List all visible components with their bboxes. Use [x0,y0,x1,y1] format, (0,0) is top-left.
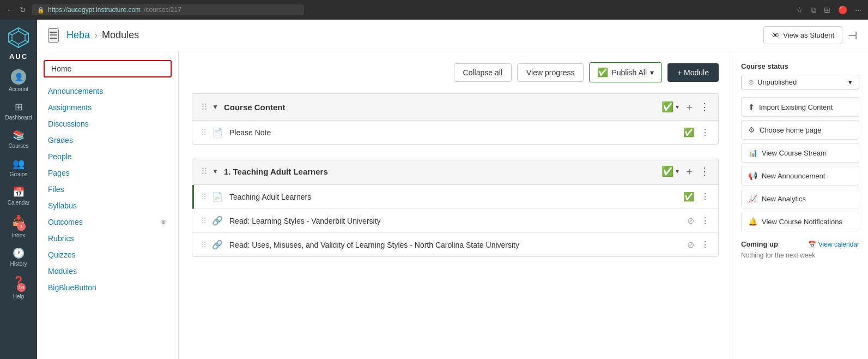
people-link[interactable]: People [37,148,178,165]
sidebar-item-help[interactable]: ❓ 10 Help [0,271,37,304]
menu-icon[interactable]: ··· [855,5,861,15]
sidebar-item-inbox-label: Inbox [12,232,25,238]
item-page-icon-tal: 📄 [212,192,223,202]
view-calendar-link[interactable]: 📅 View calendar [808,241,859,248]
module-2-add-button[interactable]: ＋ [684,165,694,178]
url-path: /courses/217 [144,6,181,14]
lock-icon: 🔒 [37,7,45,14]
item-published-icon: ✅ [683,127,694,137]
item-drag-handle-rls[interactable]: ⠿ [201,217,205,225]
module-2-publish-chevron[interactable]: ▾ [676,167,679,175]
account-avatar: 👤 [11,69,26,85]
view-progress-button[interactable]: View progress [517,63,584,82]
sidebar-item-history-label: History [10,261,27,267]
bigbluebutton-link[interactable]: BigBlueButton [37,279,178,296]
item-rum-more-button[interactable]: ⋮ [701,240,709,250]
publish-all-button[interactable]: ✅ Publish All ▾ [589,62,662,82]
add-module-button[interactable]: + Module [667,63,719,82]
item-drag-handle-rum[interactable]: ⠿ [201,241,205,249]
hamburger-button[interactable]: ☰ [48,28,59,43]
home-nav-item[interactable]: Home [44,60,172,77]
item-link-icon-rum: 🔗 [212,240,223,250]
view-as-student-button[interactable]: 👁 View as Student [763,26,842,44]
new-announcement-label: New Announcement [762,172,825,180]
import-content-action[interactable]: ⬆ Import Existing Content [741,97,859,117]
ext-icon[interactable]: ⊞ [824,5,830,15]
right-sidebar: Course status ⊘ Unpublished ▾ ⬆ Import E… [732,51,868,359]
module-2-more-button[interactable]: ⋮ [700,165,709,177]
expand-icon[interactable]: ▼ [212,103,218,111]
item-tal-more-button[interactable]: ⋮ [701,192,709,202]
item-please-note-title[interactable]: Please Note [229,128,677,137]
expand-icon-2[interactable]: ▼ [212,167,218,175]
sidebar-item-courses[interactable]: 📚 Courses [0,125,37,153]
drag-handle[interactable]: ⠿ [201,102,207,112]
item-rls-more-button[interactable]: ⋮ [701,216,709,226]
home-label: Home [51,64,71,73]
unpublished-button[interactable]: ⊘ Unpublished ▾ [741,75,859,89]
collapse-nav-button[interactable]: ⊣ [848,29,857,42]
star-icon[interactable]: ☆ [796,5,803,15]
module-item-teaching-adult-learners: ⠿ 📄 Teaching Adult Learners ✅ ⋮ [192,185,718,209]
sidebar-item-history[interactable]: 🕐 History [0,243,37,271]
module-teaching-adult-header: ⠿ ▼ 1. Teaching Adult Learners ✅ ▾ ＋ ⋮ [192,158,718,185]
quizzes-link[interactable]: Quizzes [37,247,178,263]
unpublished-chevron: ▾ [848,78,852,86]
svg-marker-1 [12,31,25,44]
announcements-link[interactable]: Announcements [37,83,178,99]
view-notifications-icon: 🔔 [748,217,757,226]
view-stream-action[interactable]: 📊 View Course Stream [741,143,859,163]
back-button[interactable]: ← [7,5,14,14]
sidebar-item-groups-label: Groups [10,171,28,177]
new-announcement-action[interactable]: 📢 New Announcement [741,166,859,186]
item-more-button[interactable]: ⋮ [701,127,709,137]
module-more-button[interactable]: ⋮ [700,101,709,113]
view-student-label: View as Student [783,31,834,39]
drag-handle-2[interactable]: ⠿ [201,166,207,177]
unpublished-icon: ⊘ [748,78,754,86]
sidebar-item-inbox[interactable]: 📥 1 Inbox [0,210,37,243]
import-icon: ⬆ [748,103,755,111]
reload-button[interactable]: ↻ [20,5,26,14]
files-link[interactable]: Files [37,181,178,198]
choose-home-icon: ⚙ [748,125,755,134]
choose-home-action[interactable]: ⚙ Choose home page [741,120,859,140]
module-publish-chevron[interactable]: ▾ [676,103,679,111]
import-label: Import Existing Content [759,103,833,111]
alert-icon[interactable]: 🔴 [838,5,847,15]
syllabus-link[interactable]: Syllabus [37,198,178,214]
grades-link[interactable]: Grades [37,132,178,148]
sidebar-item-courses-label: Courses [8,143,28,149]
breadcrumb-link[interactable]: Heba [66,29,90,41]
breadcrumb-separator: › [94,29,98,41]
help-badge: 10 [17,283,26,292]
split-icon[interactable]: ⧉ [811,5,816,15]
url-bar[interactable]: 🔒 https://aucegypt.instructure.com/cours… [32,4,304,15]
discussions-link[interactable]: Discussions [37,116,178,132]
outcomes-label: Outcomes [48,218,83,226]
sidebar-item-groups[interactable]: 👥 Groups [0,153,37,182]
sidebar-item-account[interactable]: 👤 Account [0,65,37,97]
breadcrumb: Heba › Modules [66,29,139,41]
coming-up-label: Coming up [741,240,778,248]
sidebar-item-dashboard[interactable]: ⊞ Dashboard [0,97,37,125]
module-add-button[interactable]: ＋ [684,100,694,113]
assignments-link[interactable]: Assignments [37,99,178,116]
sidebar-item-calendar[interactable]: 📅 Calendar [0,182,37,210]
url-base: https://aucegypt.instructure.com [48,6,141,14]
modules-link[interactable]: Modules [37,263,178,279]
view-notifications-action[interactable]: 🔔 View Course Notifications [741,212,859,231]
new-analytics-action[interactable]: 📈 New Analytics [741,189,859,208]
outcomes-link[interactable]: Outcomes 👁 [37,214,178,230]
item-read-uses-misuses-title[interactable]: Read: Uses, Misuses, and Validity of Lea… [229,241,681,249]
app-layout: AUC 👤 Account ⊞ Dashboard 📚 Courses 👥 Gr… [0,20,868,359]
item-link-icon-rls: 🔗 [212,216,223,226]
rubrics-link[interactable]: Rubrics [37,230,178,247]
item-teaching-adult-title[interactable]: Teaching Adult Learners [229,193,677,201]
item-drag-handle[interactable]: ⠿ [201,128,205,137]
collapse-all-button[interactable]: Collapse all [454,63,512,82]
item-drag-handle-tal[interactable]: ⠿ [201,193,205,201]
pages-link[interactable]: Pages [37,165,178,181]
item-read-learning-styles-title[interactable]: Read: Learning Styles - Vanderbilt Unive… [229,217,681,225]
view-stream-icon: 📊 [748,148,757,157]
